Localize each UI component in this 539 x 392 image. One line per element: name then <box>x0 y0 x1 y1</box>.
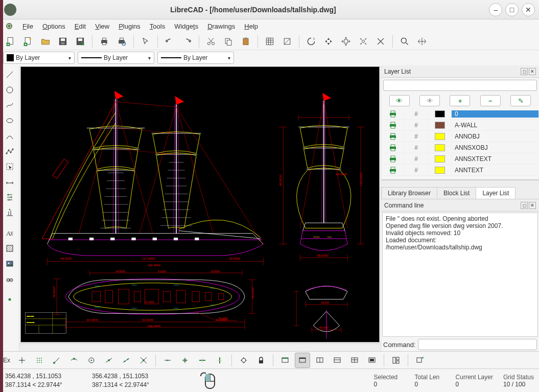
tab-block-list[interactable]: Block List <box>437 187 476 199</box>
info-tool[interactable] <box>2 205 17 220</box>
save-button[interactable] <box>55 34 71 49</box>
mtext-tool[interactable]: A <box>2 226 17 240</box>
menu-plugins[interactable]: Plugins <box>114 21 145 31</box>
layer-row[interactable]: #0 <box>381 108 539 120</box>
menu-drawings[interactable]: Drawings <box>203 21 239 31</box>
fullscreen-3-button[interactable] <box>312 353 327 368</box>
curve-tool[interactable] <box>2 98 17 112</box>
tab-library-browser[interactable]: Library Browser <box>381 187 437 199</box>
maximize-button[interactable]: □ <box>505 3 519 16</box>
layer-name-cell[interactable]: A-WALL <box>452 122 539 129</box>
zoom-in-button[interactable] <box>321 34 336 49</box>
print-button[interactable] <box>97 34 112 49</box>
spline-tool[interactable] <box>2 129 17 143</box>
save-as-button[interactable] <box>73 34 88 49</box>
layer-color-cell[interactable] <box>428 167 452 174</box>
restrict-orthogonal-button[interactable] <box>177 353 193 368</box>
layer-construction-icon[interactable]: # <box>405 110 428 118</box>
layer-name-cell[interactable]: ANNSXOBJ <box>452 144 539 151</box>
panel-float-button[interactable]: ◻ <box>521 68 528 75</box>
zoom-redraw-button[interactable] <box>303 34 319 49</box>
snap-on-entity-button[interactable] <box>66 353 82 368</box>
layer-name-cell[interactable]: 0 <box>452 110 539 118</box>
minimize-button[interactable]: ‒ <box>489 3 502 16</box>
layer-row[interactable]: #ANNSXTEXT <box>381 153 539 165</box>
menu-view[interactable]: View <box>91 21 113 31</box>
layer-print-icon[interactable] <box>381 133 405 140</box>
layer-print-icon[interactable] <box>381 167 405 174</box>
snap-intersection-button[interactable] <box>136 353 151 368</box>
restrict-nothing-button[interactable] <box>160 353 175 368</box>
add-view-button[interactable] <box>412 353 428 368</box>
layer-name-cell[interactable]: ANNOBJ <box>452 133 539 140</box>
layer-color-cell[interactable] <box>428 122 452 129</box>
image-tool[interactable] <box>2 257 17 271</box>
layer-add-button[interactable]: + <box>450 95 470 106</box>
relative-zero-button[interactable] <box>236 353 251 368</box>
select-tool[interactable] <box>2 159 17 174</box>
fullscreen-1-button[interactable] <box>277 353 293 368</box>
redo-button[interactable] <box>179 34 195 49</box>
fullscreen-2-button[interactable] <box>295 353 310 368</box>
layer-construction-icon[interactable]: # <box>405 122 428 129</box>
panel-close-button[interactable]: ✕ <box>529 68 536 75</box>
snap-center-button[interactable] <box>84 353 99 368</box>
close-button[interactable]: ✕ <box>522 3 535 16</box>
canvas-hscroll[interactable] <box>19 343 381 351</box>
menu-tools[interactable]: Tools <box>146 21 169 31</box>
fullscreen-6-button[interactable] <box>364 353 380 368</box>
menu-file[interactable]: File <box>18 21 37 31</box>
cut-button[interactable] <box>203 34 219 49</box>
layer-hide-all-button[interactable]: 👁 <box>419 95 440 106</box>
point-tool[interactable] <box>2 292 17 307</box>
menu-widgets[interactable]: Widgets <box>170 21 202 31</box>
circle-tool[interactable] <box>2 83 17 97</box>
fullscreen-5-button[interactable] <box>347 353 362 368</box>
layer-construction-icon[interactable]: # <box>405 133 428 140</box>
draft-mode-button[interactable] <box>279 34 295 49</box>
restrict-vertical-button[interactable] <box>212 353 227 368</box>
block-tool[interactable] <box>2 272 17 286</box>
zoom-pan-button[interactable] <box>414 34 430 49</box>
layer-show-all-button[interactable]: 👁 <box>389 95 410 106</box>
layer-print-icon[interactable] <box>381 155 405 163</box>
layer-print-icon[interactable] <box>381 110 405 118</box>
new-template-button[interactable] <box>20 34 36 49</box>
new-button[interactable] <box>3 34 18 49</box>
dimension-tool[interactable] <box>2 175 17 189</box>
layer-color-cell[interactable] <box>428 144 452 151</box>
snap-endpoint-button[interactable] <box>49 353 64 368</box>
color-dropdown[interactable]: By Layer ▾ <box>3 52 75 64</box>
lock-relative-zero-button[interactable] <box>253 353 269 368</box>
layer-hscroll[interactable] <box>381 180 539 187</box>
layer-construction-icon[interactable]: # <box>405 155 428 163</box>
modify-tool[interactable] <box>2 190 17 204</box>
drawing-canvas[interactable]: 49.5050 117.9000 29.0000 196.4000 <box>20 66 380 342</box>
layer-edit-button[interactable]: ✎ <box>510 95 531 106</box>
open-button[interactable] <box>38 34 53 49</box>
linewidth-dropdown[interactable]: By Layer ▾ <box>78 52 154 64</box>
layer-row[interactable]: #A-WALL <box>381 120 539 131</box>
snap-distance-button[interactable] <box>119 353 134 368</box>
copy-button[interactable] <box>221 34 236 49</box>
layer-print-icon[interactable] <box>381 122 405 129</box>
zoom-auto-button[interactable] <box>356 34 371 49</box>
panel-close-button[interactable]: ✕ <box>529 202 536 209</box>
layer-remove-button[interactable]: − <box>480 95 501 106</box>
panel-float-button[interactable]: ◻ <box>521 202 528 209</box>
layer-color-cell[interactable] <box>428 133 452 140</box>
zoom-window-button[interactable] <box>397 34 412 49</box>
pointer-button[interactable] <box>138 34 153 49</box>
restrict-horizontal-button[interactable] <box>195 353 210 368</box>
tab-layer-list[interactable]: Layer List <box>476 187 515 199</box>
grid-button[interactable] <box>262 34 277 49</box>
print-preview-button[interactable] <box>114 34 129 49</box>
polyline-tool[interactable] <box>2 144 17 158</box>
layer-row[interactable]: #ANNSXOBJ <box>381 142 539 153</box>
layer-name-cell[interactable]: ANNSXTEXT <box>452 155 539 163</box>
command-output[interactable]: File '' does not exist. Opening aborted … <box>382 213 538 337</box>
layer-color-cell[interactable] <box>428 110 452 118</box>
layer-name-cell[interactable]: ANNTEXT <box>452 167 539 174</box>
snap-free-button[interactable] <box>14 353 30 368</box>
layer-color-cell[interactable] <box>428 155 452 163</box>
